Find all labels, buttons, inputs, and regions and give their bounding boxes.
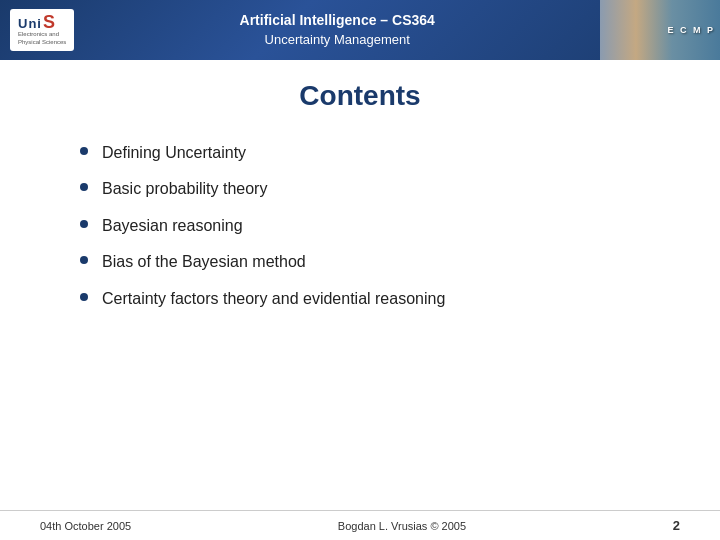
slide-title: Contents [40,80,680,112]
logo-box: Uni S Electronics and Physical Sciences [10,9,74,51]
bullet-dot [80,183,88,191]
list-item: Bayesian reasoning [80,215,680,237]
logo-subtitle-line2: Physical Sciences [18,39,66,47]
list-item: Certainty factors theory and evidential … [80,288,680,310]
header: Uni S Electronics and Physical Sciences … [0,0,720,60]
header-title-line2: Uncertainty Management [74,31,600,49]
logo-subtitle-line1: Electronics and [18,31,66,39]
bullet-text: Bias of the Bayesian method [102,251,306,273]
bullet-dot [80,256,88,264]
bullet-text: Defining Uncertainty [102,142,246,164]
list-item: Bias of the Bayesian method [80,251,680,273]
bullet-dot [80,220,88,228]
bullet-dot [80,293,88,301]
header-left: Uni S Electronics and Physical Sciences [10,9,74,51]
bullet-text: Bayesian reasoning [102,215,243,237]
header-center: Artificial Intelligence – CS364 Uncertai… [74,11,600,49]
footer-author: Bogdan L. Vrusias © 2005 [338,520,466,532]
footer: 04th October 2005 Bogdan L. Vrusias © 20… [0,510,720,540]
ecmp-label: E C M P [667,25,715,35]
logo-s: S [43,13,55,31]
header-right: E C M P [600,0,720,60]
bullet-text: Basic probability theory [102,178,267,200]
bullet-dot [80,147,88,155]
list-item: Defining Uncertainty [80,142,680,164]
footer-date: 04th October 2005 [40,520,131,532]
bullet-list: Defining Uncertainty Basic probability t… [80,142,680,310]
header-title-line1: Artificial Intelligence – CS364 [74,11,600,31]
footer-page: 2 [673,518,680,533]
list-item: Basic probability theory [80,178,680,200]
logo-subtitle: Electronics and Physical Sciences [18,31,66,47]
bullet-text: Certainty factors theory and evidential … [102,288,445,310]
logo-uni: Uni [18,16,42,31]
photo-collage: E C M P [600,0,720,60]
main-content: Contents Defining Uncertainty Basic prob… [0,60,720,520]
